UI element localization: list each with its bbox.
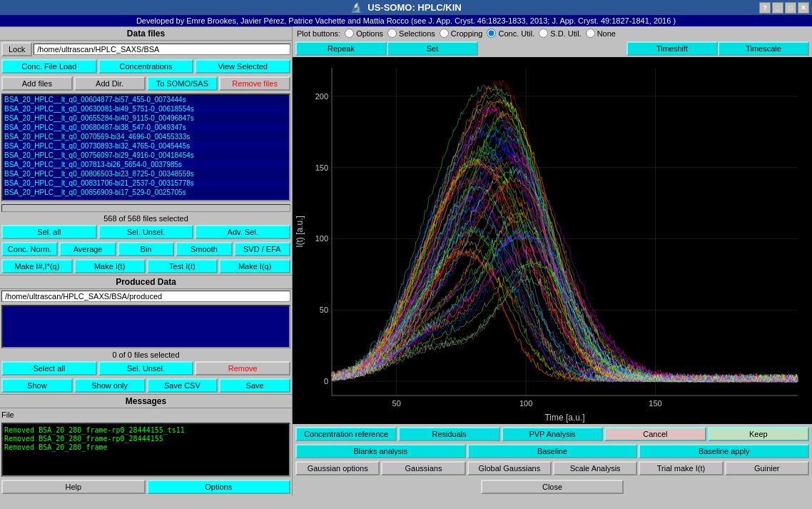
minimize-button[interactable]: _ bbox=[772, 2, 783, 14]
sd-util-radio-input[interactable] bbox=[539, 29, 548, 38]
add-files-button[interactable]: Add files bbox=[1, 76, 73, 91]
guinier-button[interactable]: Guinier bbox=[725, 461, 809, 475]
residuals-button[interactable]: Residuals bbox=[398, 427, 499, 441]
messages-header: Messages bbox=[0, 394, 292, 408]
sel-unsel2-button[interactable]: Sel. Unsel. bbox=[98, 361, 194, 376]
produced-list-container[interactable] bbox=[1, 305, 290, 348]
message-line: Removed BSA_20_280_frame bbox=[4, 443, 288, 451]
list-item[interactable]: BSA_20_HPLC__lt_q0_00655284-bi40_9115-0_… bbox=[3, 114, 289, 123]
conc-util-radio-input[interactable] bbox=[487, 29, 496, 38]
list-item[interactable]: BSA_20_HPLC__lt_q0_00730893-bi32_4765-0_… bbox=[3, 141, 289, 151]
timeshift-button[interactable]: Timeshift bbox=[626, 41, 718, 56]
analysis-rows: Concentration reference Residuals PVP An… bbox=[293, 424, 812, 478]
list-item[interactable]: BSA_20_HPLC__lt_q0_007813-bi26_5654-0_00… bbox=[3, 160, 289, 169]
selections-label: Selections bbox=[399, 29, 435, 38]
concentration-reference-button[interactable]: Concentration reference bbox=[295, 427, 397, 441]
gaussians-button[interactable]: Gaussians bbox=[381, 461, 465, 475]
plot-canvas bbox=[293, 57, 812, 424]
maximize-button[interactable]: □ bbox=[785, 2, 796, 14]
action-buttons-row: Repeak Set Timeshift Timescale bbox=[293, 40, 812, 57]
list-item[interactable]: BSA_20_HPLC__lt_q0_00831706-bi21_2537-0_… bbox=[3, 178, 289, 188]
options-button[interactable]: Options bbox=[147, 480, 291, 494]
conc-util-radio[interactable]: Conc. Util. bbox=[487, 29, 534, 38]
show-button[interactable]: Show bbox=[1, 378, 73, 393]
gaussian-options-button[interactable]: Gaussian options bbox=[295, 461, 380, 475]
conc-file-load-button[interactable]: Conc. File Load bbox=[1, 59, 97, 74]
file-list: BSA_20_HPLC__lt_q0_00604877-bi57_455-0_0… bbox=[3, 95, 289, 197]
view-selected-button[interactable]: View Selected bbox=[195, 59, 290, 74]
adv-sel-button[interactable]: Adv. Sel. bbox=[195, 225, 290, 239]
conc-util-label: Conc. Util. bbox=[498, 29, 534, 38]
none-radio-input[interactable] bbox=[586, 29, 595, 38]
help-button[interactable]: Help bbox=[1, 480, 146, 494]
help-icon[interactable]: ? bbox=[759, 2, 771, 14]
cancel-button[interactable]: Cancel bbox=[604, 427, 706, 441]
sel-unsel-button[interactable]: Sel. Unsel. bbox=[98, 225, 194, 239]
chart-area bbox=[293, 57, 812, 424]
bin-button[interactable]: Bin bbox=[118, 242, 174, 256]
make-if-button[interactable]: Make I#,I*(q) bbox=[1, 259, 73, 273]
select-all-button[interactable]: Select all bbox=[1, 361, 97, 376]
smooth-button[interactable]: Smooth bbox=[176, 242, 232, 256]
baseline-apply-button[interactable]: Baseline apply bbox=[639, 444, 809, 458]
plot-buttons-label: Plot buttons: bbox=[297, 29, 340, 38]
trial-make-it-button[interactable]: Trial make I(t) bbox=[639, 461, 723, 475]
list-item[interactable]: BSA_20_HPLC__lt_q0_00856909-bi17_529-0_0… bbox=[3, 188, 289, 197]
list-item[interactable]: BSA_20_HPLC__lt_q0_00806503-bi23_8725-0_… bbox=[3, 169, 289, 178]
lock-button[interactable]: Lock bbox=[1, 42, 32, 56]
set-button[interactable]: Set bbox=[387, 41, 478, 56]
remove-button[interactable]: Remove bbox=[195, 361, 290, 376]
scale-analysis-button[interactable]: Scale Analysis bbox=[553, 461, 637, 475]
test-it-button[interactable]: Test I(t) bbox=[147, 259, 218, 273]
title-bar: 🔬 US-SOMO: HPLC/KIN ? _ □ ✕ bbox=[0, 0, 812, 15]
timescale-button[interactable]: Timescale bbox=[718, 41, 809, 56]
sd-util-radio[interactable]: S.D. Util. bbox=[539, 29, 581, 38]
show-only-button[interactable]: Show only bbox=[74, 378, 146, 393]
repeak-button[interactable]: Repeak bbox=[295, 41, 387, 56]
concentrations-button[interactable]: Concentrations bbox=[98, 59, 194, 74]
file-menu[interactable]: File bbox=[1, 410, 14, 419]
blanks-analysis-button[interactable]: Blanks analysis bbox=[295, 444, 466, 458]
svd-efa-button[interactable]: SVD / EFA bbox=[234, 242, 290, 256]
to-somo-button[interactable]: To SOMO/SAS bbox=[147, 76, 218, 91]
file-list-container[interactable]: BSA_20_HPLC__lt_q0_00604877-bi57_455-0_0… bbox=[1, 94, 290, 201]
dev-bar: Developed by Emre Brookes, Javier Pérez,… bbox=[0, 15, 812, 26]
make-iq-button[interactable]: Make I(q) bbox=[219, 259, 290, 273]
horizontal-scrollbar[interactable] bbox=[1, 204, 290, 212]
options-radio-input[interactable] bbox=[345, 29, 354, 38]
keep-button[interactable]: Keep bbox=[708, 427, 809, 441]
make-it-button[interactable]: Make I(t) bbox=[74, 259, 146, 273]
sel-all-button[interactable]: Sel. all bbox=[1, 225, 97, 239]
selections-radio[interactable]: Selections bbox=[387, 29, 435, 38]
sd-util-label: S.D. Util. bbox=[550, 29, 581, 38]
baseline-button[interactable]: Baseline bbox=[467, 444, 638, 458]
save-button[interactable]: Save bbox=[219, 378, 290, 393]
save-csv-button[interactable]: Save CSV bbox=[147, 378, 218, 393]
close-button[interactable]: ✕ bbox=[798, 2, 809, 14]
list-item[interactable]: BSA_20_HPLC__lt_q0_00680487-bi38_547-0_0… bbox=[3, 123, 289, 132]
average-button[interactable]: Average bbox=[59, 242, 116, 256]
remove-files-button[interactable]: Remove files bbox=[219, 76, 290, 91]
data-path: /home/ultrascan/HPLC_SAXS/BSA bbox=[34, 44, 290, 55]
none-label: None bbox=[597, 29, 616, 38]
selections-radio-input[interactable] bbox=[387, 29, 397, 38]
options-radio[interactable]: Options bbox=[345, 29, 383, 38]
list-item[interactable]: BSA_20_HPLC__lt_q0_00756097-bi29_4916-0_… bbox=[3, 151, 289, 160]
pvp-analysis-button[interactable]: PVP Analysis bbox=[502, 427, 603, 441]
none-radio[interactable]: None bbox=[586, 29, 616, 38]
window-title: US-SOMO: HPLC/KIN bbox=[367, 2, 461, 13]
add-dir-button[interactable]: Add Dir. bbox=[74, 76, 146, 91]
list-item[interactable]: BSA_20_HPLC__lt_q0_0070569-bi34_4696-0_0… bbox=[3, 132, 289, 141]
produced-file-count: 0 of 0 files selected bbox=[0, 350, 292, 360]
messages-area: Removed BSA_20_280_frame-rp0_28444155_ts… bbox=[1, 423, 290, 477]
close-button[interactable]: Close bbox=[481, 480, 624, 494]
plot-controls: Plot buttons: Options Selections Croppin… bbox=[293, 26, 812, 40]
cropping-radio[interactable]: Cropping bbox=[440, 29, 483, 38]
produced-data-header: Produced Data bbox=[0, 275, 292, 289]
cropping-label: Cropping bbox=[451, 29, 483, 38]
list-item[interactable]: BSA_20_HPLC__lt_q0_00630081-bi49_5751-0_… bbox=[3, 104, 289, 114]
conc-norm-button[interactable]: Conc. Norm. bbox=[1, 242, 58, 256]
list-item[interactable]: BSA_20_HPLC__lt_q0_00604877-bi57_455-0_0… bbox=[3, 95, 289, 104]
global-gaussians-button[interactable]: Global Gaussians bbox=[467, 461, 552, 475]
cropping-radio-input[interactable] bbox=[440, 29, 449, 38]
